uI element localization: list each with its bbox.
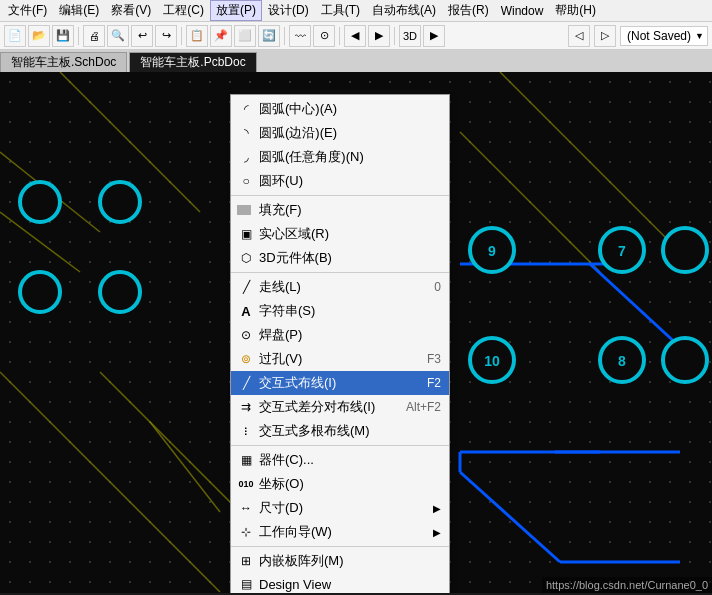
select-btn[interactable]: ⬜ — [234, 25, 256, 47]
work-guide-item[interactable]: ⊹ 工作向导(W) ▶ — [231, 520, 449, 544]
dimension-item[interactable]: ↔ 尺寸(D) ▶ — [231, 496, 449, 520]
sep2 — [181, 27, 182, 45]
arc-center-icon: ◜ — [237, 100, 255, 118]
statusbar: https://blog.csdn.net/Curnane0_0 — [542, 577, 712, 593]
3d-body-item[interactable]: ⬡ 3D元件体(B) — [231, 246, 449, 270]
dimension-icon: ↔ — [237, 499, 255, 517]
solid-region-icon: ▣ — [237, 225, 255, 243]
pcb-canvas: 9 7 10 8 ◜ 圆弧(中心)(A) ◝ 圆弧(边沿)(E) ◞ 圆弧(任意… — [0, 72, 712, 593]
svg-line-7 — [500, 72, 680, 252]
sep5 — [394, 27, 395, 45]
pad-icon: ⊙ — [237, 326, 255, 344]
via-icon: ⊚ — [237, 350, 255, 368]
copy-btn[interactable]: 📋 — [186, 25, 208, 47]
via-item[interactable]: ⊚ 过孔(V) F3 — [231, 347, 449, 371]
sep3 — [231, 445, 449, 446]
interactive-route-item[interactable]: ╱ 交互式布线(I) F2 — [231, 371, 449, 395]
svg-line-3 — [0, 372, 220, 592]
diff-pair-item[interactable]: ⇉ 交互式差分对布线(I) Alt+F2 — [231, 395, 449, 419]
arc-angle-item[interactable]: ◞ 圆弧(任意角度)(N) — [231, 145, 449, 169]
new-btn[interactable]: 📄 — [4, 25, 26, 47]
3d-btn[interactable]: 3D — [399, 25, 421, 47]
place-menu[interactable]: 放置(P) — [210, 0, 262, 21]
report-menu[interactable]: 报告(R) — [442, 0, 495, 21]
toolbar: 📄 📂 💾 🖨 🔍 ↩ ↪ 📋 📌 ⬜ 🔄 〰 ⊙ ◀ ▶ 3D ▶ ◁ ▷ (… — [0, 22, 712, 50]
tab-pcbdoc[interactable]: 智能车主板.PcbDoc — [129, 52, 256, 72]
coord-icon: 010 — [237, 475, 255, 493]
zoom-btn[interactable]: 🔍 — [107, 25, 129, 47]
sep3 — [284, 27, 285, 45]
dimension-arrow-icon: ▶ — [433, 503, 441, 514]
view-menu[interactable]: 察看(V) — [105, 0, 157, 21]
window-menu[interactable]: Window — [495, 2, 550, 20]
redo-btn[interactable]: ↪ — [155, 25, 177, 47]
embedded-board-item[interactable]: ⊞ 内嵌板阵列(M) — [231, 549, 449, 573]
svg-line-5 — [150, 422, 220, 512]
coordinate-item[interactable]: 010 坐标(O) — [231, 472, 449, 496]
circle-item[interactable]: ○ 圆环(U) — [231, 169, 449, 193]
work-guide-arrow-icon: ▶ — [433, 527, 441, 538]
autoroute-menu[interactable]: 自动布线(A) — [366, 0, 442, 21]
tabs: 智能车主板.SchDoc 智能车主板.PcbDoc — [0, 50, 712, 72]
edit-menu[interactable]: 编辑(E) — [53, 0, 105, 21]
track-icon: ╱ — [237, 278, 255, 296]
svg-line-14 — [460, 472, 560, 562]
svg-text:7: 7 — [618, 243, 626, 259]
svg-point-29 — [663, 338, 707, 382]
solid-region-item[interactable]: ▣ 实心区域(R) — [231, 222, 449, 246]
not-saved-dropdown[interactable]: (Not Saved) ▼ — [620, 26, 708, 46]
interactive-route-icon: ╱ — [237, 374, 255, 392]
back2-btn[interactable]: ◁ — [568, 25, 590, 47]
rotate-btn[interactable]: 🔄 — [258, 25, 280, 47]
back-btn[interactable]: ◀ — [344, 25, 366, 47]
sep1 — [78, 27, 79, 45]
multi-route-icon: ⫶ — [237, 422, 255, 440]
guide-icon: ⊹ — [237, 523, 255, 541]
string-icon: A — [237, 302, 255, 320]
component-item[interactable]: ▦ 器件(C)... — [231, 448, 449, 472]
svg-point-24 — [663, 228, 707, 272]
component-icon: ▦ — [237, 451, 255, 469]
pad-item[interactable]: ⊙ 焊盘(P) — [231, 323, 449, 347]
multi-route-item[interactable]: ⫶ 交互式多根布线(M) — [231, 419, 449, 443]
save-btn[interactable]: 💾 — [52, 25, 74, 47]
string-item[interactable]: A 字符串(S) — [231, 299, 449, 323]
help-menu[interactable]: 帮助(H) — [549, 0, 602, 21]
arc-edge-item[interactable]: ◝ 圆弧(边沿)(E) — [231, 121, 449, 145]
3d-body-icon: ⬡ — [237, 249, 255, 267]
svg-line-10 — [590, 264, 680, 347]
embedded-icon: ⊞ — [237, 552, 255, 570]
paste-btn[interactable]: 📌 — [210, 25, 232, 47]
svg-text:8: 8 — [618, 353, 626, 369]
arc-edge-icon: ◝ — [237, 124, 255, 142]
run-btn[interactable]: ▶ — [423, 25, 445, 47]
sep2 — [231, 272, 449, 273]
svg-point-19 — [100, 272, 140, 312]
project-menu[interactable]: 工程(C) — [157, 0, 210, 21]
design-view-item[interactable]: ▤ Design View — [231, 573, 449, 593]
svg-text:10: 10 — [484, 353, 500, 369]
open-btn[interactable]: 📂 — [28, 25, 50, 47]
sep4 — [231, 546, 449, 547]
svg-point-18 — [20, 272, 60, 312]
arc-angle-icon: ◞ — [237, 148, 255, 166]
undo-btn[interactable]: ↩ — [131, 25, 153, 47]
route-btn[interactable]: 〰 — [289, 25, 311, 47]
menubar: 文件(F) 编辑(E) 察看(V) 工程(C) 放置(P) 设计(D) 工具(T… — [0, 0, 712, 22]
svg-line-4 — [100, 372, 240, 512]
fwd-btn[interactable]: ▶ — [368, 25, 390, 47]
fill-item[interactable]: 填充(F) — [231, 198, 449, 222]
arc-center-item[interactable]: ◜ 圆弧(中心)(A) — [231, 97, 449, 121]
design-menu[interactable]: 设计(D) — [262, 0, 315, 21]
tab-schdoc[interactable]: 智能车主板.SchDoc — [0, 52, 127, 72]
track-item[interactable]: ╱ 走线(L) 0 — [231, 275, 449, 299]
circle-icon: ○ — [237, 172, 255, 190]
sep1 — [231, 195, 449, 196]
sep4 — [339, 27, 340, 45]
tools-menu[interactable]: 工具(T) — [315, 0, 366, 21]
fwd2-btn[interactable]: ▷ — [594, 25, 616, 47]
file-menu[interactable]: 文件(F) — [2, 0, 53, 21]
print-btn[interactable]: 🖨 — [83, 25, 105, 47]
svg-point-16 — [20, 182, 60, 222]
via-btn[interactable]: ⊙ — [313, 25, 335, 47]
